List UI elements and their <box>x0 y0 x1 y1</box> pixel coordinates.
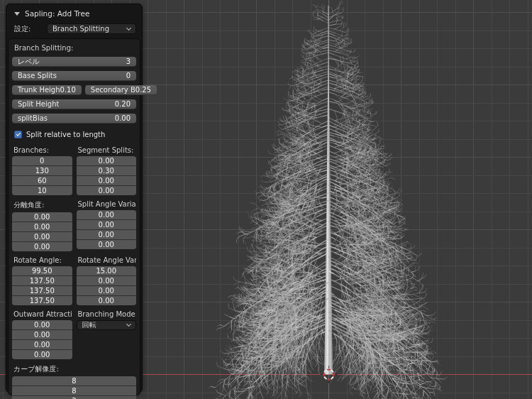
preset-dropdown-value: Branch Splitting <box>52 25 109 33</box>
split-relative-checkbox-row: Split relative to length <box>12 128 136 141</box>
split-angle-variation-stack: 0.00 0.00 0.00 0.00 <box>77 210 137 249</box>
curve-resolution-label: カーブ解像度: <box>13 364 136 374</box>
outward-attraction-field[interactable]: 0.00 <box>12 330 72 339</box>
split-angle-label: 分離角度: <box>13 200 72 210</box>
collapse-triangle-icon[interactable] <box>14 12 20 16</box>
branches-label: Branches: <box>13 146 72 154</box>
split-height-slider[interactable]: Split Height 0.20 <box>12 99 136 109</box>
curve-resolution-field[interactable]: 3 <box>12 396 136 399</box>
split-angle-field[interactable]: 0.00 <box>12 242 72 251</box>
branches-field[interactable]: 60 <box>12 176 72 185</box>
sapling-add-tree-panel: Sapling: Add Tree 設定: Branch Splitting B… <box>6 4 143 393</box>
split-angle-variation-field[interactable]: 0.00 <box>77 240 137 249</box>
split-angle-variation-label: Split Angle Variation: <box>78 200 137 208</box>
branching-mode-value: 回転 <box>82 320 96 330</box>
box-title: Branch Splitting: <box>12 43 136 57</box>
rotate-angle-field[interactable]: 99.50 <box>12 266 72 275</box>
split-angle-field[interactable]: 0.00 <box>12 232 72 241</box>
rotate-angle-variation-field[interactable]: 15.00 <box>77 266 137 275</box>
preset-label: 設定: <box>14 24 43 34</box>
rotate-angle-field[interactable]: 137.50 <box>12 276 72 285</box>
rotate-angle-variation-stack: 15.00 0.00 0.00 0.00 <box>77 266 137 305</box>
segment-splits-field[interactable]: 0.00 <box>77 186 137 195</box>
panel-header[interactable]: Sapling: Add Tree <box>6 4 142 20</box>
rotate-angle-label: Rotate Angle: <box>13 256 72 264</box>
rotate-angle-stack: 99.50 137.50 137.50 137.50 <box>12 266 72 305</box>
level-slider[interactable]: レベル 3 <box>12 57 136 67</box>
branches-field[interactable]: 10 <box>12 186 72 195</box>
outward-attraction-field[interactable]: 0.00 <box>12 350 72 359</box>
panel-title: Sapling: Add Tree <box>25 9 89 18</box>
curve-resolution-field[interactable]: 8 <box>12 376 136 386</box>
segment-splits-label: Segment Splits: <box>78 146 137 154</box>
base-splits-slider[interactable]: Base Splits 0 <box>12 71 136 81</box>
rotate-angle-variation-field[interactable]: 0.00 <box>77 296 137 305</box>
rotate-angle-variation-label: Rotate Angle Variation: <box>78 256 137 264</box>
chevron-down-icon <box>126 25 131 30</box>
chevron-down-icon <box>126 322 131 327</box>
preset-dropdown[interactable]: Branch Splitting <box>47 23 136 34</box>
split-angle-field[interactable]: 0.00 <box>12 212 72 222</box>
outward-attraction-stack: 0.00 0.00 0.00 0.00 <box>12 320 72 359</box>
split-relative-checkbox[interactable] <box>14 131 22 138</box>
branching-mode-label: Branching Mode: <box>78 310 137 318</box>
blender-window: Sapling: Add Tree 設定: Branch Splitting B… <box>0 0 532 399</box>
branches-field[interactable]: 0 <box>12 156 72 165</box>
segment-splits-field[interactable]: 0.00 <box>77 176 137 185</box>
split-angle-variation-field[interactable]: 0.00 <box>77 220 137 229</box>
check-icon <box>16 131 21 136</box>
segment-splits-field[interactable]: 0.30 <box>77 166 137 175</box>
branch-splitting-box: Branch Splitting: レベル 3 Base Splits 0 Tr… <box>8 38 140 395</box>
segment-splits-field[interactable]: 0.00 <box>77 156 137 165</box>
rotate-angle-field[interactable]: 137.50 <box>12 296 72 305</box>
outward-attraction-field[interactable]: 0.00 <box>12 340 72 349</box>
branching-mode-dropdown[interactable]: 回転 <box>77 320 137 330</box>
secondary-base-slider[interactable]: Secondary B 0.25 <box>85 85 157 95</box>
split-bias-slider[interactable]: splitBias 0.00 <box>12 114 136 124</box>
split-angle-variation-field[interactable]: 0.00 <box>77 230 137 239</box>
outward-attraction-field[interactable]: 0.00 <box>12 320 72 329</box>
trunk-height-slider[interactable]: Trunk Heigh 0.10 <box>12 85 82 95</box>
rotate-angle-variation-field[interactable]: 0.00 <box>77 286 137 295</box>
preset-row: 設定: Branch Splitting <box>6 20 142 34</box>
outward-attraction-label: Outward Attraction: <box>13 310 72 318</box>
split-angle-field[interactable]: 0.00 <box>12 222 72 231</box>
checkbox-label: Split relative to length <box>26 131 105 138</box>
curve-resolution-stack: 8 8 3 1 <box>12 376 136 399</box>
branches-stack: 0 130 60 10 <box>12 156 72 195</box>
curve-resolution-field[interactable]: 8 <box>12 386 136 395</box>
rotate-angle-variation-field[interactable]: 0.00 <box>77 276 137 285</box>
segment-splits-stack: 0.00 0.30 0.00 0.00 <box>77 156 137 195</box>
rotate-angle-field[interactable]: 137.50 <box>12 286 72 295</box>
split-angle-variation-field[interactable]: 0.00 <box>77 210 137 219</box>
branches-field[interactable]: 130 <box>12 166 72 175</box>
split-angle-stack: 0.00 0.00 0.00 0.00 <box>12 212 72 251</box>
